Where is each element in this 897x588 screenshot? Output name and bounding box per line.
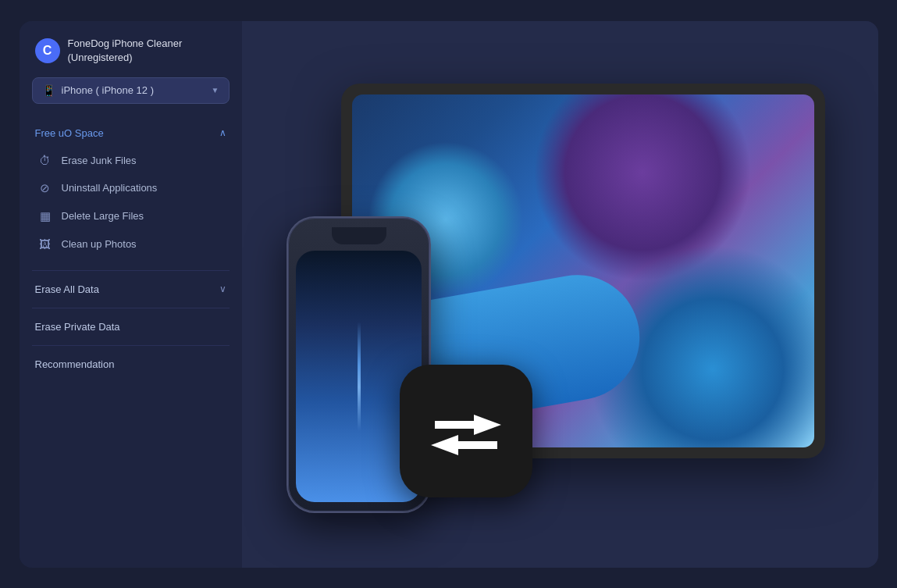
free-up-space-title: Free uO Space bbox=[35, 127, 104, 139]
uninstall-apps-label: Uninstall Applications bbox=[62, 182, 158, 194]
files-icon: ▦ bbox=[38, 209, 52, 223]
app-title: FoneDog iPhone Cleaner (Unregistered) bbox=[68, 37, 183, 65]
device-name-label: iPhone ( iPhone 12 ) bbox=[62, 84, 205, 96]
chevron-down-erase-icon: ∨ bbox=[219, 283, 226, 294]
chevron-down-icon: ▼ bbox=[212, 86, 219, 94]
cleanup-photos-label: Clean up Photos bbox=[62, 238, 137, 250]
device-illustration bbox=[279, 68, 841, 521]
nav-item-erase-private[interactable]: Erase Private Data bbox=[20, 312, 242, 342]
transfer-arrows-svg bbox=[419, 404, 513, 458]
phone-icon: 📱 bbox=[42, 84, 55, 97]
nav-divider-1 bbox=[32, 270, 230, 271]
nav-divider-3 bbox=[32, 345, 230, 346]
photo-icon: 🖼 bbox=[38, 237, 52, 251]
erase-junk-label: Erase Junk Files bbox=[62, 155, 137, 166]
sidebar: C FoneDog iPhone Cleaner (Unregistered) … bbox=[20, 21, 242, 568]
nav-item-delete-large-files[interactable]: ▦ Delete Large Files bbox=[20, 202, 242, 230]
section-chevron-up-icon: ∧ bbox=[219, 127, 226, 138]
erase-private-label: Erase Private Data bbox=[35, 321, 120, 333]
main-content bbox=[242, 21, 878, 568]
nav-item-uninstall-apps[interactable]: ⊘ Uninstall Applications bbox=[20, 174, 242, 202]
uninstall-icon: ⊘ bbox=[38, 181, 52, 195]
delete-large-files-label: Delete Large Files bbox=[62, 210, 144, 222]
iphone-light-beam bbox=[358, 322, 361, 431]
recommendation-label: Recommendation bbox=[35, 358, 115, 370]
clock-icon: ⏱ bbox=[38, 154, 52, 167]
nav-item-recommendation[interactable]: Recommendation bbox=[20, 349, 242, 380]
transfer-icon-container bbox=[400, 365, 532, 497]
free-up-space-items: ⏱ Erase Junk Files ⊘ Uninstall Applicati… bbox=[20, 147, 242, 264]
nav-item-erase-all-data[interactable]: Erase All Data ∨ bbox=[20, 274, 242, 305]
app-logo: C bbox=[35, 38, 60, 63]
nav-item-cleanup-photos[interactable]: 🖼 Clean up Photos bbox=[20, 230, 242, 258]
free-up-space-section: Free uO Space ∧ ⏱ Erase Junk Files ⊘ Uni… bbox=[20, 116, 242, 267]
nav-item-erase-junk[interactable]: ⏱ Erase Junk Files bbox=[20, 147, 242, 174]
iphone-notch bbox=[332, 227, 386, 244]
nav-divider-2 bbox=[32, 308, 230, 308]
free-up-space-header[interactable]: Free uO Space ∧ bbox=[20, 119, 242, 147]
sidebar-header: C FoneDog iPhone Cleaner (Unregistered) bbox=[20, 21, 242, 77]
device-selector[interactable]: 📱 iPhone ( iPhone 12 ) ▼ bbox=[32, 77, 230, 104]
erase-all-data-label: Erase All Data bbox=[35, 283, 99, 295]
app-container: C FoneDog iPhone Cleaner (Unregistered) … bbox=[20, 21, 878, 568]
